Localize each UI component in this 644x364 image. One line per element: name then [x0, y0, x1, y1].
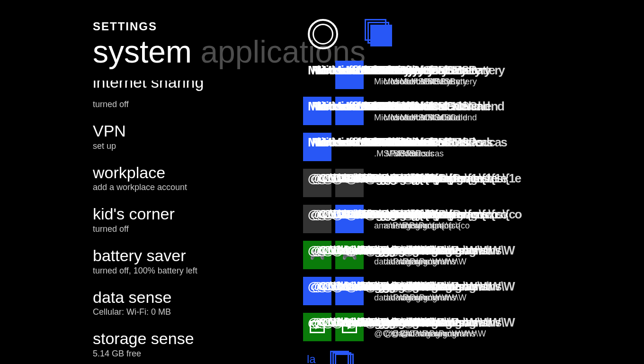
glitch-text: Microsoft.MSCalend [402, 99, 504, 114]
glitch-text: Microsoft.MSPodcas [402, 135, 507, 150]
glitch-row: 🎮🎮@C:\data\Programs\W@C:\data\Programs\W… [303, 241, 635, 277]
settings-item-subtitle: add a workplace account [93, 182, 287, 192]
glitch-row: @C:\data\Programs\W@C:\data\Programs\W@C… [303, 277, 635, 313]
glitch-subtext: ams\Programs\{co [400, 221, 470, 231]
glitch-row: @C:\Data\Programs\{1e@C:\Data\Programs\{… [303, 169, 635, 205]
glitch-text: @C:\data\Programs\W [402, 315, 514, 330]
settings-item-subtitle: turned off [93, 100, 287, 109]
glitch-subtext: @C:\data\Programs\W [400, 329, 486, 339]
glitch-row: Microsoft.MSCalendMicrosoft.MSCalendMicr… [303, 97, 635, 133]
pivot-system[interactable]: system [93, 34, 192, 69]
settings-item-title: workplace [93, 164, 165, 182]
glitch-row: Microsoft.MSPodcasMicrosoft.MSPodcasMicr… [303, 133, 635, 169]
settings-item-storage-sense[interactable]: storage sense5.14 GB free [93, 330, 287, 359]
settings-item-kid-s-corner[interactable]: kid's cornerturned off [93, 206, 287, 234]
glitch-row: @C:\data\Programs\W@C:\data\Programs\W@C… [303, 313, 635, 349]
glitch-text: Microsoft.MSBattery [402, 63, 504, 78]
settings-item-data-sense[interactable]: data senseCellular: Wi-Fi: 0 MB [93, 289, 287, 318]
corrupted-app-list: Microsoft.MSBatteryMicrosoft.MSBatteryMi… [303, 18, 635, 359]
settings-list: internet sharingturned offVPNset upworkp… [93, 88, 287, 364]
settings-item-workplace[interactable]: workplaceadd a workplace account [93, 164, 287, 193]
settings-item-subtitle: set up [93, 141, 287, 151]
glitch-subtext: .MSPodcas [400, 149, 444, 159]
glitch-text: @C:\data\Programs\W [402, 243, 514, 258]
settings-item-title: internet sharing [93, 81, 204, 91]
glitch-subtext: Microsoft.MSBattery [400, 77, 477, 87]
glitch-footer-text: la [307, 351, 354, 364]
settings-item-title: battery saver [93, 246, 186, 264]
settings-item-battery-saver[interactable]: battery saverturned off, 100% battery le… [93, 247, 287, 276]
glitch-text: @C:\Data\Programs\{co [402, 207, 521, 222]
settings-item-subtitle: Cellular: Wi-Fi: 0 MB [93, 307, 287, 317]
glitch-subtext: data\Programs\W [400, 293, 466, 303]
glitch-row: Microsoft.MSBatteryMicrosoft.MSBatteryMi… [303, 61, 635, 97]
settings-item-vpn[interactable]: VPNset up [93, 123, 287, 151]
glitch-text: @C:\data\Programs\W [402, 279, 514, 294]
glitch-row: @C:\Data\Programs\{co@C:\Data\Programs\{… [303, 205, 635, 241]
settings-item-title: kid's corner [93, 205, 175, 223]
settings-item-subtitle: turned off, 100% battery left [93, 266, 287, 276]
settings-item-title: data sense [93, 288, 171, 306]
settings-item-title: storage sense [93, 329, 194, 347]
glitch-subtext: Microsoft.MSCalend [400, 113, 477, 123]
settings-item-internet-sharing[interactable]: internet sharingturned off [93, 88, 287, 109]
settings-item-subtitle: 5.14 GB free [93, 349, 287, 359]
settings-item-title: VPN [93, 122, 126, 140]
glitch-text: @C:\Data\Programs\{1e [402, 171, 520, 186]
square-outline-icon [335, 354, 354, 364]
settings-item-subtitle: turned off [93, 224, 287, 234]
glitch-subtext: data\Programs\W [400, 257, 466, 267]
